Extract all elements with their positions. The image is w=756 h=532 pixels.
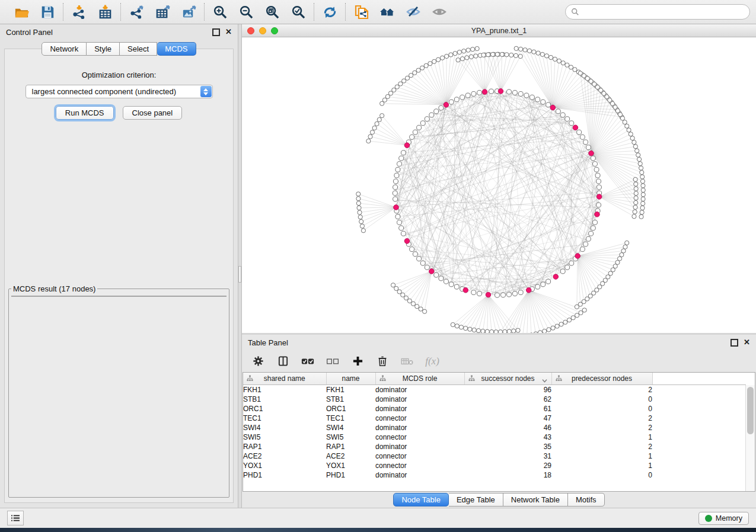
gear-icon (253, 355, 264, 367)
save-session-button[interactable] (39, 4, 56, 20)
table-panel: Table Panel ✕ (242, 335, 756, 508)
delete-column-icon (401, 357, 414, 366)
apply-layout-button[interactable] (321, 4, 338, 20)
new-network-from-selection-button[interactable] (353, 4, 369, 20)
tab-edge-table[interactable]: Edge Table (449, 493, 503, 507)
new-network-from-selection-icon (353, 4, 369, 20)
table-row[interactable]: TEC1TEC1connector472 (243, 414, 746, 423)
column-header-mcds-role[interactable]: MCDS role (375, 373, 464, 385)
node-table-container: shared name name MCDS role (243, 372, 755, 492)
hide-selected-button[interactable] (405, 4, 422, 20)
export-network-button[interactable] (128, 4, 145, 20)
task-history-button[interactable] (7, 511, 24, 525)
function-builder-button: f(x) (426, 355, 439, 368)
control-panel-title: Control Panel (6, 28, 212, 37)
tab-node-table[interactable]: Node Table (393, 493, 449, 507)
import-table-icon (97, 4, 113, 20)
export-image-button[interactable] (180, 4, 197, 20)
panel-splitter[interactable] (238, 24, 242, 508)
float-panel-icon[interactable] (731, 339, 738, 347)
hierarchy-icon (379, 375, 386, 383)
hierarchy-icon (556, 375, 562, 383)
mcds-result-title: MCDS result (17 nodes) (11, 284, 97, 293)
export-table-button[interactable] (154, 4, 171, 20)
status-bar: Memory (0, 508, 756, 528)
table-scrollbar-thumb[interactable] (747, 387, 754, 434)
tab-network[interactable]: Network (42, 42, 87, 56)
search-box[interactable] (565, 4, 750, 20)
apply-layout-icon (322, 4, 338, 20)
table-row[interactable]: STB1STB1dominator620 (243, 395, 746, 404)
node-table-body: FKH1FKH1dominator962STB1STB1dominator620… (243, 385, 746, 480)
close-panel-button[interactable]: Close panel (123, 106, 183, 120)
export-network-icon (129, 4, 145, 20)
export-image-icon (181, 4, 197, 20)
add-column-button[interactable] (351, 355, 364, 368)
optimization-criterion-select[interactable]: largest connected component (undirected) (25, 85, 213, 98)
splitter-grip-icon (238, 266, 241, 283)
zoom-selected-button[interactable] (290, 4, 307, 20)
select-all-button[interactable] (301, 355, 314, 368)
table-row[interactable]: FKH1FKH1dominator962 (243, 385, 746, 395)
search-icon (571, 8, 579, 16)
first-neighbors-icon (379, 4, 395, 20)
import-table-button[interactable] (97, 4, 113, 20)
table-row[interactable]: PHD1PHD1dominator180 (243, 470, 746, 480)
network-window-titlebar[interactable]: YPA_prune.txt_1 (242, 24, 756, 37)
search-input[interactable] (582, 7, 744, 17)
table-row[interactable]: SWI5SWI5connector431 (243, 432, 746, 442)
select-stepper-icon (200, 86, 212, 97)
zoom-in-icon (212, 4, 228, 20)
close-panel-icon[interactable]: ✕ (225, 29, 232, 35)
column-header-successor-nodes[interactable]: successor nodes (464, 373, 551, 385)
open-file-icon (14, 4, 30, 20)
table-toolbar: f(x) (242, 350, 756, 372)
close-panel-icon[interactable]: ✕ (744, 339, 750, 345)
column-header-predecessor-nodes[interactable]: predecessor nodes (551, 373, 652, 385)
column-header-name[interactable]: name (326, 373, 375, 385)
zoom-fit-button[interactable] (264, 4, 280, 20)
show-all-icon (431, 4, 448, 20)
network-canvas[interactable] (242, 37, 756, 333)
memory-status-icon (705, 515, 712, 522)
memory-button[interactable]: Memory (698, 512, 749, 525)
optimization-criterion-value: largest connected component (undirected) (32, 87, 177, 96)
delete-column-button (401, 355, 414, 368)
hide-selected-icon (405, 4, 422, 20)
column-header-shared-name[interactable]: shared name (243, 373, 326, 385)
sort-chevron-icon (542, 376, 547, 384)
network-view-window: YPA_prune.txt_1 (242, 24, 756, 335)
mcds-result-group: MCDS result (17 nodes) PHD1CAR1STP4TID3Y… (8, 284, 229, 498)
tab-mcds[interactable]: MCDS (157, 42, 196, 56)
mcds-result-listbox[interactable]: PHD1CAR1STP4TID3YOX1SWI4SRD1PMA2FKH1ACE2… (11, 296, 227, 297)
table-panel-title: Table Panel (248, 338, 731, 347)
show-columns-button[interactable] (276, 355, 289, 368)
tab-style[interactable]: Style (87, 42, 120, 56)
tab-network-table[interactable]: Network Table (503, 493, 568, 507)
memory-label: Memory (716, 514, 742, 523)
open-file-button[interactable] (13, 4, 30, 20)
table-row[interactable]: YOX1YOX1connector291 (243, 461, 746, 470)
zoom-out-button[interactable] (238, 4, 254, 20)
table-row[interactable]: SWI4SWI4dominator462 (243, 423, 746, 432)
export-table-icon (155, 4, 171, 20)
table-row[interactable]: ACE2ACE2connector311 (243, 451, 746, 461)
delete-row-button[interactable] (376, 355, 389, 368)
import-network-button[interactable] (71, 4, 87, 20)
table-row[interactable]: ORC1ORC1dominator610 (243, 404, 746, 414)
main-toolbar (0, 0, 756, 24)
tab-select[interactable]: Select (120, 42, 157, 56)
table-settings-button[interactable] (251, 355, 264, 368)
hierarchy-icon (468, 375, 475, 383)
table-row[interactable]: RAP1RAP1dominator352 (243, 442, 746, 451)
first-neighbors-button[interactable] (379, 4, 395, 20)
deselect-all-button[interactable] (326, 355, 339, 368)
hierarchy-icon (247, 375, 253, 383)
float-panel-icon[interactable] (212, 28, 220, 36)
run-mcds-button[interactable]: Run MCDS (56, 106, 114, 120)
plus-icon (352, 355, 363, 367)
show-all-button[interactable] (431, 4, 448, 20)
table-scrollbar[interactable] (745, 385, 755, 491)
tab-motifs[interactable]: Motifs (568, 493, 605, 507)
zoom-in-button[interactable] (212, 4, 228, 20)
